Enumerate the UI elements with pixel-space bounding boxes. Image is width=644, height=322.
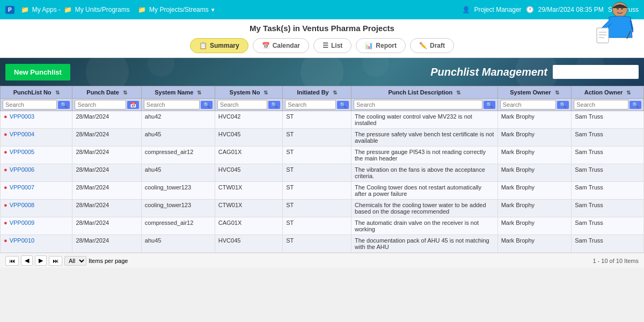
- search-btn-system-no[interactable]: 🔍: [268, 101, 280, 109]
- pagination-left: ⏮ ◀ ▶ ⏭ All 10 25 50 Items per page: [5, 255, 128, 266]
- sort-icon-description[interactable]: ⇅: [456, 90, 460, 96]
- tab-draft[interactable]: ✏️ Draft: [410, 38, 454, 53]
- cell-initiated-by: ST: [283, 217, 352, 235]
- items-per-page-label: Items per page: [89, 258, 128, 264]
- page-first-btn[interactable]: ⏮: [5, 256, 19, 266]
- cell-punchlist-no[interactable]: VPP0003: [1, 111, 72, 129]
- tab-summary[interactable]: 📋 Summary: [190, 38, 248, 53]
- page-next-btn[interactable]: ▶: [35, 255, 47, 266]
- punchlist-no-link[interactable]: VPP0007: [4, 184, 34, 191]
- punchlist-no-link[interactable]: VPP0003: [4, 113, 34, 120]
- nav-my-units[interactable]: My Units/Programs: [75, 6, 130, 13]
- page-prev-btn[interactable]: ◀: [21, 255, 33, 266]
- table-search-row: 🔍 📅 🔍: [1, 99, 644, 111]
- search-btn-description[interactable]: 🔍: [484, 101, 495, 109]
- col-header-action-owner: Action Owner ⇅: [572, 86, 644, 99]
- tab-calendar-label: Calendar: [273, 42, 300, 49]
- cell-punchlist-no[interactable]: VPP0008: [1, 200, 72, 217]
- search-punch-date: 📅: [72, 99, 141, 111]
- search-btn-initiated-by[interactable]: 🔍: [337, 101, 349, 109]
- user-role: Project Manager: [474, 6, 522, 13]
- punchlist-table: PunchList No ⇅ Punch Date ⇅ System Name …: [0, 86, 644, 253]
- cell-initiated-by: ST: [283, 147, 352, 164]
- search-input-action-owner[interactable]: [574, 100, 628, 109]
- nav-folder-icon: 📁: [21, 6, 29, 13]
- sort-icon-initiated-by[interactable]: ⇅: [333, 90, 337, 96]
- page-last-btn[interactable]: ⏭: [49, 256, 62, 266]
- search-btn-punchlist-no[interactable]: 🔍: [58, 101, 70, 109]
- nav-left: P 📁 My Apps - 📁 My Units/Programs 📁 My P…: [5, 6, 216, 14]
- cell-punchlist-no[interactable]: VPP0007: [1, 182, 72, 200]
- cell-system-owner: Mark Brophy: [497, 182, 572, 200]
- app-logo: P: [5, 6, 14, 14]
- cell-description: The cooling water control valve MV232 is…: [352, 111, 498, 129]
- cell-punch-date: 28/Mar/2024: [72, 147, 141, 164]
- nav-my-apps[interactable]: My Apps -: [32, 6, 61, 13]
- search-btn-action-owner[interactable]: 🔍: [630, 101, 641, 109]
- tab-draft-label: Draft: [430, 42, 445, 49]
- sort-icon-system-owner[interactable]: ⇅: [555, 90, 559, 96]
- tab-list[interactable]: ☰ List: [313, 38, 352, 53]
- punchlist-no-link[interactable]: VPP0005: [4, 149, 34, 155]
- cell-system-owner: Mark Brophy: [497, 217, 572, 235]
- search-input-description[interactable]: [354, 100, 482, 109]
- cell-initiated-by: ST: [283, 235, 352, 253]
- search-btn-system-owner[interactable]: 🔍: [557, 101, 569, 109]
- cell-system-no: CAG01X: [215, 147, 282, 164]
- page-title-bar: My Task(s) in Ventus Pharma Projects: [0, 19, 644, 35]
- sort-icon-action-owner[interactable]: ⇅: [626, 90, 631, 96]
- svg-point-2: [621, 8, 623, 10]
- cell-punchlist-no[interactable]: VPP0005: [1, 147, 72, 164]
- cell-system-name: ahu45: [141, 235, 215, 253]
- search-input-initiated-by[interactable]: [285, 100, 336, 109]
- cell-action-owner: Sam Truss: [572, 235, 644, 253]
- nav-my-projects[interactable]: My Projects/Streams ▼: [149, 6, 216, 13]
- cell-system-no: HVC042: [215, 111, 282, 129]
- cell-system-name: cooling_tower123: [141, 200, 215, 217]
- cell-initiated-by: ST: [283, 200, 352, 217]
- cell-system-name: cooling_tower123: [141, 182, 215, 200]
- cell-punchlist-no[interactable]: VPP0004: [1, 129, 72, 147]
- search-input-punchlist-no[interactable]: [3, 100, 57, 109]
- cell-system-name: ahu42: [141, 111, 215, 129]
- tab-summary-label: Summary: [210, 42, 239, 49]
- sort-icon-system-name[interactable]: ⇅: [197, 90, 201, 96]
- tab-report[interactable]: 📊 Report: [356, 38, 406, 53]
- search-input-system-owner[interactable]: [500, 100, 557, 109]
- nav-my-projects-label: My Projects/Streams: [149, 6, 209, 13]
- nav-folder-icon3: 📁: [138, 6, 146, 13]
- search-action-owner: 🔍: [572, 99, 644, 111]
- cell-punchlist-no[interactable]: VPP0010: [1, 235, 72, 253]
- search-btn-system-name[interactable]: 🔍: [201, 101, 213, 109]
- tabs-bar: 📋 Summary 📅 Calendar ☰ List 📊 Report ✏️ …: [0, 35, 644, 58]
- new-punchlist-button[interactable]: New Punchlist: [5, 64, 70, 80]
- punchlist-no-link[interactable]: VPP0010: [4, 237, 34, 244]
- nav-my-units-label: My Units/Programs: [75, 6, 130, 13]
- search-input-system-name[interactable]: [144, 100, 200, 109]
- cell-system-no: CTW01X: [215, 200, 282, 217]
- sort-icon-system-no[interactable]: ⇅: [264, 90, 268, 96]
- search-input-system-no[interactable]: [217, 100, 267, 109]
- table-header-row: PunchList No ⇅ Punch Date ⇅ System Name …: [1, 86, 644, 99]
- punchlist-no-link[interactable]: VPP0009: [4, 219, 34, 226]
- cell-description: The pressure gauge PI543 is not reading …: [352, 147, 498, 164]
- sort-icon-punch-date[interactable]: ⇅: [123, 90, 127, 96]
- cell-system-no: HVC045: [215, 129, 282, 147]
- tab-draft-icon: ✏️: [419, 42, 427, 49]
- banner-search-input[interactable]: [553, 65, 639, 79]
- top-navigation: P 📁 My Apps - 📁 My Units/Programs 📁 My P…: [0, 0, 644, 19]
- cell-initiated-by: ST: [283, 182, 352, 200]
- date-btn-punch-date[interactable]: 📅: [127, 101, 139, 109]
- cell-punchlist-no[interactable]: VPP0006: [1, 164, 72, 182]
- punchlist-no-link[interactable]: VPP0008: [4, 202, 34, 208]
- cell-action-owner: Sam Truss: [572, 182, 644, 200]
- search-input-punch-date[interactable]: [75, 100, 126, 109]
- tab-calendar[interactable]: 📅 Calendar: [253, 38, 309, 53]
- cell-system-name: compressed_air12: [141, 217, 215, 235]
- sort-icon-punchlist-no[interactable]: ⇅: [55, 90, 60, 96]
- punchlist-no-link[interactable]: VPP0004: [4, 131, 34, 137]
- punchlist-no-link[interactable]: VPP0006: [4, 166, 34, 173]
- cell-action-owner: Sam Truss: [572, 111, 644, 129]
- cell-punchlist-no[interactable]: VPP0009: [1, 217, 72, 235]
- items-per-page-select[interactable]: All 10 25 50: [64, 256, 86, 266]
